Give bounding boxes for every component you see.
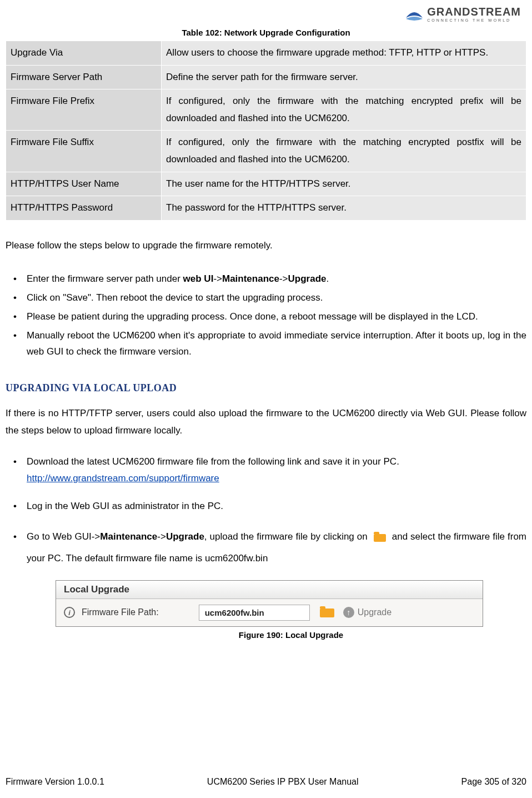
section2-intro: If there is no HTTP/TFTP server, users c… bbox=[6, 405, 526, 439]
footer-version: Firmware Version 1.0.0.1 bbox=[6, 777, 104, 787]
config-label: Firmware File Prefix bbox=[6, 89, 162, 131]
figure-local-upgrade: Local Upgrade i Firmware File Path: ↑ Up… bbox=[56, 580, 526, 640]
upgrade-button[interactable]: ↑ Upgrade bbox=[343, 607, 392, 618]
steps-list-1: Enter the firmware server path under web… bbox=[6, 271, 526, 360]
config-desc: The password for the HTTP/HTTPS server. bbox=[162, 196, 526, 221]
table-row: Firmware Server Path Define the server p… bbox=[6, 65, 526, 89]
folder-icon bbox=[373, 531, 387, 543]
logo-icon bbox=[405, 6, 424, 22]
table-row: Firmware File Prefix If configured, only… bbox=[6, 89, 526, 131]
section-heading: UPGRADING VIA LOCAL UPLOAD bbox=[6, 382, 526, 394]
upgrade-button-label: Upgrade bbox=[358, 607, 392, 617]
figure-caption: Figure 190: Local Upgrade bbox=[56, 630, 526, 640]
logo-tagline: CONNECTING THE WORLD bbox=[427, 18, 511, 22]
list-item: Go to Web GUI->Maintenance->Upgrade, upl… bbox=[6, 526, 526, 569]
list-item: Click on "Save". Then reboot the device … bbox=[6, 290, 526, 306]
steps-list-2: Download the latest UCM6200 firmware fil… bbox=[6, 453, 526, 568]
config-label: Firmware File Suffix bbox=[6, 131, 162, 172]
figure-header: Local Upgrade bbox=[56, 581, 483, 599]
config-desc: If configured, only the firmware with th… bbox=[162, 131, 526, 172]
list-item: Please be patient during the upgrading p… bbox=[6, 308, 526, 325]
logo-name: GRANDSTREAM bbox=[427, 6, 521, 18]
table-row: HTTP/HTTPS User Name The user name for t… bbox=[6, 172, 526, 196]
config-label: HTTP/HTTPS User Name bbox=[6, 172, 162, 196]
config-desc: The user name for the HTTP/HTTPS server. bbox=[162, 172, 526, 196]
page-footer: Firmware Version 1.0.0.1 UCM6200 Series … bbox=[6, 769, 526, 787]
config-table: Upgrade Via Allow users to choose the fi… bbox=[6, 41, 526, 221]
config-desc: Define the server path for the firmware … bbox=[162, 65, 526, 89]
config-desc: If configured, only the firmware with th… bbox=[162, 89, 526, 131]
config-desc: Allow users to choose the firmware upgra… bbox=[162, 41, 526, 66]
footer-title: UCM6200 Series IP PBX User Manual bbox=[104, 777, 461, 787]
list-item: Download the latest UCM6200 firmware fil… bbox=[6, 453, 526, 487]
info-icon: i bbox=[64, 607, 75, 618]
list-item: Log in the Web GUI as administrator in t… bbox=[6, 498, 526, 515]
config-label: Firmware Server Path bbox=[6, 65, 162, 89]
browse-folder-icon[interactable] bbox=[319, 606, 334, 619]
logo: GRANDSTREAM CONNECTING THE WORLD bbox=[405, 6, 521, 22]
logo-area: GRANDSTREAM CONNECTING THE WORLD bbox=[6, 6, 526, 22]
list-item: Manually reboot the UCM6200 when it's ap… bbox=[6, 327, 526, 361]
config-label: HTTP/HTTPS Password bbox=[6, 196, 162, 221]
firmware-link[interactable]: http://www.grandstream.com/support/firmw… bbox=[27, 473, 219, 483]
list-item: Enter the firmware server path under web… bbox=[6, 271, 526, 287]
upgrade-arrow-icon: ↑ bbox=[343, 607, 354, 618]
table-row: HTTP/HTTPS Password The password for the… bbox=[6, 196, 526, 221]
footer-page: Page 305 of 320 bbox=[461, 777, 526, 787]
figure-label: Firmware File Path: bbox=[82, 607, 159, 617]
firmware-path-input[interactable] bbox=[199, 605, 310, 621]
intro-text: Please follow the steps below to upgrade… bbox=[6, 237, 526, 255]
config-label: Upgrade Via bbox=[6, 41, 162, 66]
table-row: Upgrade Via Allow users to choose the fi… bbox=[6, 41, 526, 66]
table-caption: Table 102: Network Upgrade Configuration bbox=[6, 28, 526, 37]
table-row: Firmware File Suffix If configured, only… bbox=[6, 131, 526, 172]
